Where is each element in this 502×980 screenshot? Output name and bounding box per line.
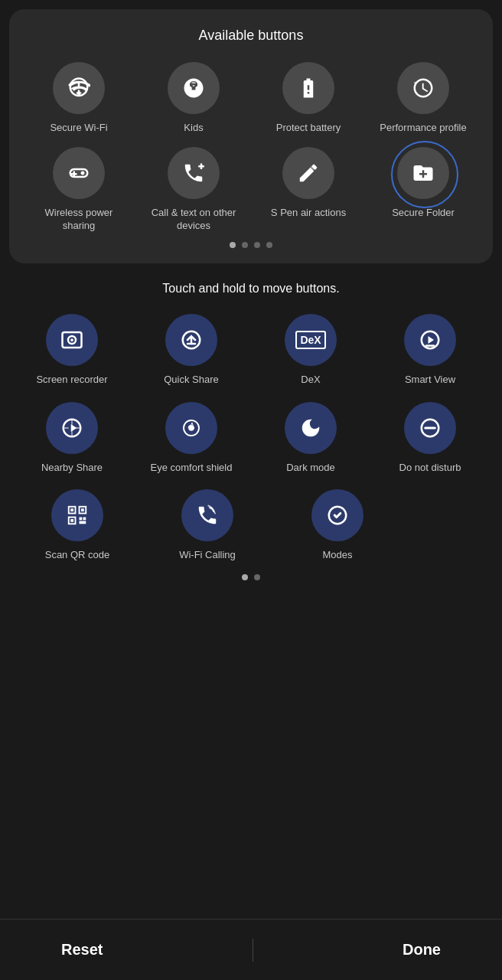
- touch-row-2: Nearby Share A Eye comfort shield Dark m…: [12, 402, 490, 475]
- svg-rect-21: [80, 521, 86, 524]
- svg-rect-18: [70, 519, 73, 522]
- performance-icon: [397, 62, 449, 114]
- available-row-1: Secure Wi-Fi Kids Protect battery Perfor…: [21, 62, 481, 135]
- touch-item-quick-share[interactable]: Quick Share: [142, 314, 241, 387]
- touch-item-dnd[interactable]: Do not disturb: [380, 402, 480, 475]
- available-buttons-panel: Available buttons Secure Wi-Fi Kids Prot…: [9, 9, 493, 263]
- touch-row-3: Scan QR code Wi-Fi Calling Modes: [12, 489, 490, 562]
- available-pagination: [21, 242, 481, 248]
- screen-recorder-icon: [46, 314, 98, 366]
- screen-recorder-label: Screen recorder: [36, 374, 107, 387]
- touch-hold-title: Touch and hold to move buttons.: [12, 282, 490, 296]
- touch-pagination: [12, 574, 490, 580]
- dark-mode-icon: [285, 402, 337, 454]
- svg-marker-7: [429, 336, 435, 344]
- available-item-kids[interactable]: Kids: [144, 62, 243, 135]
- protect-battery-icon: [282, 62, 334, 114]
- smart-view-icon: [404, 314, 456, 366]
- available-item-spen[interactable]: S Pen air actions: [259, 147, 358, 233]
- dex-label: DeX: [301, 374, 320, 387]
- available-item-protect-battery[interactable]: Protect battery: [259, 62, 358, 135]
- eye-comfort-icon: A: [165, 402, 217, 454]
- available-row-2: Wireless power sharing Call & text on ot…: [21, 147, 481, 233]
- protect-battery-label: Protect battery: [276, 122, 341, 135]
- call-text-icon: [168, 147, 220, 199]
- nearby-share-icon: [46, 402, 98, 454]
- svg-text:A: A: [190, 422, 195, 430]
- kids-label: Kids: [184, 122, 203, 135]
- secure-folder-label: Secure Folder: [392, 207, 455, 220]
- secure-wifi-icon: [53, 62, 105, 114]
- touch-dot-1: [242, 574, 248, 580]
- available-item-call-text[interactable]: Call & text on other devices: [144, 147, 243, 233]
- done-button[interactable]: Done: [387, 935, 456, 965]
- available-item-performance[interactable]: Performance profile: [373, 62, 473, 135]
- modes-icon: [311, 489, 363, 541]
- svg-rect-20: [83, 518, 86, 521]
- touch-item-nearby-share[interactable]: Nearby Share: [22, 402, 122, 475]
- dex-icon: DeX: [285, 314, 337, 366]
- dot-2: [242, 242, 248, 248]
- touch-dot-2: [254, 574, 260, 580]
- available-buttons-title: Available buttons: [21, 28, 481, 44]
- available-item-secure-wifi[interactable]: Secure Wi-Fi: [29, 62, 129, 135]
- wireless-power-icon: [53, 147, 105, 199]
- bottom-divider: [253, 939, 253, 962]
- wifi-calling-icon: [181, 489, 233, 541]
- touch-item-screen-recorder[interactable]: Screen recorder: [22, 314, 122, 387]
- nearby-share-label: Nearby Share: [41, 462, 103, 475]
- quick-share-icon: [165, 314, 217, 366]
- touch-item-modes[interactable]: Modes: [288, 489, 387, 562]
- available-item-wireless-power[interactable]: Wireless power sharing: [29, 147, 129, 233]
- secure-folder-icon: [397, 147, 449, 199]
- dot-3: [254, 242, 260, 248]
- dnd-label: Do not disturb: [399, 462, 461, 475]
- touch-item-dark-mode[interactable]: Dark mode: [261, 402, 360, 475]
- touch-item-smart-view[interactable]: Smart View: [380, 314, 480, 387]
- spen-label: S Pen air actions: [271, 207, 346, 220]
- svg-point-1: [196, 87, 199, 90]
- spen-icon: [282, 147, 334, 199]
- svg-point-0: [189, 87, 192, 90]
- touch-item-eye-comfort[interactable]: A Eye comfort shield: [142, 402, 241, 475]
- touch-row-1: Screen recorder Quick Share DeX DeX Smar…: [12, 314, 490, 387]
- svg-point-4: [70, 338, 73, 341]
- call-text-label: Call & text on other devices: [144, 207, 243, 233]
- performance-label: Performance profile: [380, 122, 466, 135]
- scan-qr-label: Scan QR code: [45, 549, 110, 562]
- svg-rect-14: [70, 509, 73, 512]
- wireless-power-label: Wireless power sharing: [29, 207, 129, 233]
- quick-share-label: Quick Share: [164, 374, 219, 387]
- secure-wifi-label: Secure Wi-Fi: [50, 122, 107, 135]
- smart-view-label: Smart View: [405, 374, 455, 387]
- touch-item-dex[interactable]: DeX DeX: [261, 314, 360, 387]
- dot-4: [266, 242, 272, 248]
- eye-comfort-label: Eye comfort shield: [151, 462, 233, 475]
- kids-icon: [168, 62, 220, 114]
- reset-button[interactable]: Reset: [46, 935, 118, 965]
- touch-hold-panel: Touch and hold to move buttons. Screen r…: [0, 263, 502, 919]
- wifi-calling-label: Wi-Fi Calling: [179, 549, 236, 562]
- available-item-secure-folder[interactable]: Secure Folder: [373, 147, 473, 233]
- modes-label: Modes: [322, 549, 352, 562]
- bottom-bar: Reset Done: [0, 919, 502, 980]
- touch-item-wifi-calling[interactable]: Wi-Fi Calling: [158, 489, 257, 562]
- dnd-icon: [404, 402, 456, 454]
- dark-mode-label: Dark mode: [286, 462, 335, 475]
- svg-rect-19: [80, 518, 83, 521]
- scan-qr-icon: [51, 489, 103, 541]
- touch-item-scan-qr[interactable]: Scan QR code: [28, 489, 127, 562]
- svg-rect-16: [81, 509, 84, 512]
- dot-1: [230, 242, 236, 248]
